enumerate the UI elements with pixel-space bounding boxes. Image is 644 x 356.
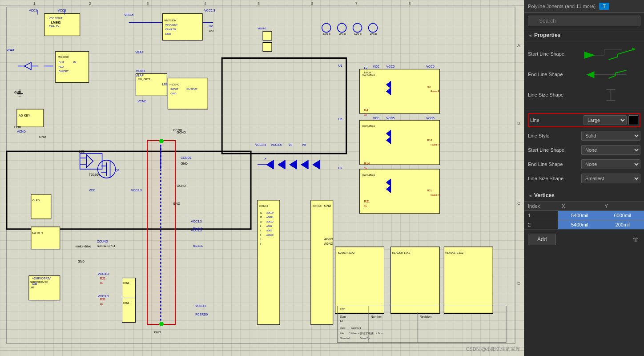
svg-text:VCC5: VCC5 <box>29 9 37 12</box>
svg-text:IN: IN <box>73 61 76 64</box>
vertex-y[interactable]: 6000mil <box>601 211 644 220</box>
svg-text:GND: GND <box>165 32 171 35</box>
delete-vertex-button[interactable]: 🗑 <box>631 236 640 243</box>
line-color-swatch[interactable] <box>628 115 638 125</box>
svg-marker-32 <box>24 62 31 69</box>
vertex-x[interactable]: 5400mil <box>558 211 601 220</box>
line-control: Thin Small Medium Large <box>584 115 638 125</box>
svg-text:VBAF: VBAF <box>135 74 143 77</box>
svg-text:GND: GND <box>154 331 161 334</box>
svg-text:HEADER 11X2: HEADER 11X2 <box>392 251 411 254</box>
start-line-shape-row: Start Line Shape <box>528 45 640 63</box>
svg-text:100F: 100F <box>209 29 215 32</box>
svg-text:Drive By...: Drive By... <box>360 337 372 340</box>
svg-text:7: 7 <box>260 234 261 236</box>
svg-text:VCC VOUT: VCC VOUT <box>49 17 63 20</box>
svg-text:HEADER 10X2: HEADER 10X2 <box>337 251 355 254</box>
start-line-shape-select[interactable]: None Arrow Block Circle <box>581 145 640 155</box>
svg-text:7: 7 <box>355 1 358 6</box>
svg-text:HCPL0531: HCPL0531 <box>362 125 375 127</box>
vertex-index: 1 <box>524 211 558 220</box>
vertex-y[interactable]: 200mil <box>601 220 644 230</box>
svg-text:VCC5: VCC5 <box>386 65 395 68</box>
svg-text:HOLE: HOLE <box>354 33 362 36</box>
svg-text:OUTPUT: OUTPUT <box>186 88 197 90</box>
svg-text:Raiser R...: Raiser R... <box>431 90 441 93</box>
svg-text:ADE22: ADE22 <box>266 220 274 223</box>
panel-header-tab[interactable]: T <box>599 3 609 10</box>
vertices-footer: Add 🗑 <box>524 230 644 249</box>
svg-text:CON2: CON2 <box>123 302 129 304</box>
svg-text:VCC3.5: VCC3.5 <box>255 143 266 146</box>
svg-text:5: 5 <box>260 243 261 245</box>
panel-header-text: Polyline Jonents (and 11 more) <box>528 4 596 9</box>
vertices-table-header: Index X Y <box>524 202 644 211</box>
line-size-shape-prop-label: Line Size Shape <box>528 176 581 181</box>
svg-text:V9: V9 <box>302 143 306 146</box>
svg-text:Sheet of: Sheet of <box>340 337 350 340</box>
svg-marker-88 <box>313 160 320 169</box>
selection-handle-top[interactable] <box>159 139 164 143</box>
svg-text:GCND: GCND <box>177 184 186 187</box>
add-vertex-button[interactable]: Add <box>528 234 556 245</box>
svg-text:HEADER 11X2: HEADER 11X2 <box>445 251 463 254</box>
svg-text:HOLE: HOLE <box>339 33 346 36</box>
vertex-x[interactable]: 5400mil <box>558 220 601 230</box>
svg-text:VIN  VOUT: VIN VOUT <box>165 24 178 26</box>
svg-text:10: 10 <box>260 220 262 223</box>
line-size-svg <box>581 87 640 103</box>
svg-text:FCERD0: FCERD0 <box>195 313 208 316</box>
line-style-select[interactable]: Solid Dashed Dotted <box>581 131 640 141</box>
svg-text:C2: C2 <box>209 24 213 28</box>
svg-rect-16 <box>222 58 346 154</box>
line-size-shape-label: Line Size Shape <box>528 92 581 97</box>
svg-text:OLED: OLED <box>32 199 40 202</box>
search-input[interactable] <box>528 16 640 26</box>
svg-text:VCC3.3: VCC3.3 <box>131 189 142 192</box>
svg-text:Q1: Q1 <box>116 169 120 172</box>
svg-text:motor-drive: motor-drive <box>76 245 91 248</box>
vertices-section-header: ◄ Vertices <box>524 190 644 202</box>
svg-text:U1: U1 <box>338 64 342 67</box>
svg-text:OUT: OUT <box>59 61 64 64</box>
svg-text:Blankoh: Blankoh <box>193 227 203 230</box>
svg-text:Date:: Date: <box>340 327 346 329</box>
shape-preview-area: Start Line Shape End Line Shape <box>524 41 644 110</box>
line-style-control: Solid Dashed Dotted <box>581 131 640 141</box>
svg-text:R21: R21 <box>427 189 432 192</box>
svg-text:HCPL0531: HCPL0531 <box>362 174 375 176</box>
svg-text:R14: R14 <box>364 162 370 165</box>
svg-marker-84 <box>266 160 274 169</box>
end-line-shape-select[interactable]: None Arrow Block Circle <box>581 159 640 169</box>
svg-text:VCND: VCND <box>136 69 145 73</box>
start-line-shape-preview <box>581 46 640 62</box>
svg-text:R21: R21 <box>364 200 370 203</box>
vertices-label: Vertices <box>534 192 555 198</box>
svg-text:1k: 1k <box>364 113 367 116</box>
svg-text:VCND: VCND <box>137 100 146 103</box>
svg-text:A: A <box>517 43 520 48</box>
svg-text:ADE20: ADE20 <box>266 211 274 214</box>
svg-rect-134 <box>391 247 440 314</box>
svg-text:SW HF-4: SW HF-4 <box>32 231 43 234</box>
svg-text:VCC3.3: VCC3.3 <box>191 220 202 223</box>
svg-text:L2: L2 <box>364 66 368 69</box>
end-line-shape-row: End Line Shape <box>528 65 640 83</box>
schematic-svg: 1 2 3 4 5 6 7 8 A B C D LM993 VCC VOUT <box>0 0 524 356</box>
col-y-header: Y <box>601 202 644 211</box>
vertices-table-body: 1 5400mil 6000mil 2 5400mil 200mil <box>524 211 644 230</box>
line-size-shape-select[interactable]: Smallest Small Medium Large <box>581 174 640 183</box>
svg-text:R3: R3 <box>427 85 431 88</box>
svg-text:GND: GND <box>324 204 331 207</box>
selection-handle-bottom[interactable] <box>159 322 164 326</box>
table-row: 1 5400mil 6000mil <box>524 211 644 220</box>
line-size-shape-row: Line Size Shape <box>528 86 640 104</box>
line-select[interactable]: Thin Small Medium Large <box>584 115 627 125</box>
svg-text:C: C <box>517 201 520 206</box>
svg-marker-110 <box>87 155 93 167</box>
svg-text:VCC5: VCC5 <box>426 65 435 68</box>
svg-text:1k: 1k <box>100 303 103 305</box>
svg-text:VBAF: VBAF <box>135 51 143 54</box>
svg-marker-87 <box>301 160 308 169</box>
schematic-area: 1 2 3 4 5 6 7 8 A B C D LM993 VCC VOUT <box>0 0 524 356</box>
